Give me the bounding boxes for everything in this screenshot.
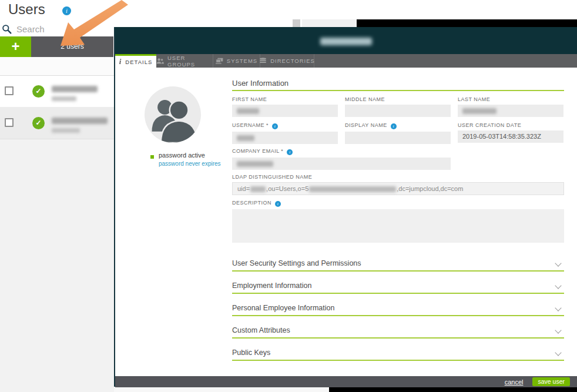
first-name-input[interactable] (232, 105, 338, 117)
field-middle-name: MIDDLE NAME (345, 96, 451, 117)
row-checkbox[interactable] (5, 86, 14, 95)
section-personal-employee-information[interactable]: Personal Employee Information (232, 301, 564, 316)
redacted-value (237, 108, 259, 114)
row-checkbox[interactable] (5, 118, 14, 127)
page-info-icon[interactable]: i (56, 6, 71, 18)
redacted-value (250, 186, 266, 192)
last-name-input[interactable] (458, 105, 563, 117)
user-groups-icon (156, 58, 164, 65)
company-email-input[interactable] (232, 158, 451, 170)
section-user-security-settings[interactable]: User Security Settings and Permissions (232, 256, 564, 272)
chevron-down-icon (555, 282, 561, 289)
redacted-value (309, 186, 396, 192)
field-ldap-dn: LDAP DISTINGUISHED NAME uid=,ou=Users,o=… (232, 174, 564, 195)
section-divider (232, 90, 564, 91)
field-description: DESCRIPTIONi (232, 200, 564, 243)
field-company-email: COMPANY EMAIL *i (232, 148, 451, 170)
info-icon: i (119, 57, 122, 66)
panel-header (115, 27, 577, 54)
user-detail-panel: i DETAILS USER GROUPS SYSTEMS DIRECTORIE… (114, 27, 577, 387)
info-icon[interactable]: i (272, 123, 278, 129)
user-creation-date-value: 2019-05-03T14:58:35.323Z (458, 130, 563, 143)
info-icon[interactable]: i (391, 123, 397, 129)
field-last-name: LAST NAME (458, 96, 563, 117)
section-employment-information[interactable]: Employment Information (232, 279, 564, 294)
field-display-name: DISPLAY NAMEi (345, 122, 451, 144)
chevron-down-icon (555, 304, 561, 311)
background-fragment (329, 387, 577, 392)
status-active-icon: ✓ (32, 85, 45, 98)
panel-footer: cancel save user (115, 376, 577, 387)
redacted-user-sub (52, 128, 80, 133)
sidebar-background (0, 139, 114, 392)
status-active-icon: ✓ (32, 117, 45, 129)
user-list-header: STATUS NAME▲ (0, 57, 114, 76)
field-username: USERNAME *i (232, 122, 338, 144)
display-name-input[interactable] (345, 132, 451, 144)
tab-user-groups[interactable]: USER GROUPS (156, 54, 213, 68)
background-fragment (114, 387, 329, 392)
redacted-value (237, 161, 273, 167)
background-fragment (357, 19, 577, 27)
search-icon (2, 24, 12, 34)
field-first-name: FIRST NAME (232, 96, 338, 117)
tab-systems[interactable]: SYSTEMS (213, 54, 260, 68)
redacted-value (237, 135, 254, 141)
redacted-value (462, 108, 497, 114)
save-user-button[interactable]: save user (532, 377, 570, 386)
tab-bar: i DETAILS USER GROUPS SYSTEMS DIRECTORIE… (115, 54, 577, 68)
user-count-badge: 2 users (31, 36, 113, 57)
add-user-button[interactable]: + (0, 36, 31, 57)
cancel-button[interactable]: cancel (505, 378, 524, 386)
section-public-keys[interactable]: Public Keys (232, 346, 564, 361)
tab-directories[interactable]: DIRECTORIES (260, 54, 314, 68)
chevron-down-icon (555, 349, 561, 356)
middle-name-input[interactable] (345, 105, 451, 117)
chevron-down-icon (555, 260, 561, 266)
password-status-bullet (150, 155, 154, 159)
search-input[interactable] (16, 24, 99, 34)
description-textarea[interactable] (232, 209, 564, 243)
info-icon[interactable]: i (287, 149, 293, 155)
systems-icon (216, 58, 223, 64)
directories-icon (259, 58, 267, 64)
section-custom-attributes[interactable]: Custom Attributes (232, 323, 564, 339)
tab-details[interactable]: i DETAILS (115, 54, 156, 68)
page-title: Users (8, 1, 45, 18)
info-icon[interactable]: i (275, 201, 281, 207)
user-row[interactable]: ✓ (0, 108, 114, 139)
user-search-bar (0, 21, 114, 36)
user-avatar (145, 86, 201, 143)
username-input[interactable] (232, 132, 338, 144)
section-title-user-information: User Information (232, 79, 288, 88)
background-fragment (293, 19, 300, 27)
field-user-creation-date: USER CREATION DATE 2019-05-03T14:58:35.3… (458, 122, 563, 143)
chevron-down-icon (555, 327, 561, 333)
password-status-label: password active (159, 152, 205, 159)
user-row[interactable]: ✓ (0, 76, 114, 108)
redacted-user-name (52, 86, 98, 92)
ldap-dn-value: uid=,ou=Users,o=5,dc=jumpcloud,dc=com (232, 182, 564, 195)
password-expiry-note: password never expires (159, 160, 221, 167)
background-fragment (302, 19, 357, 27)
redacted-user-name (52, 118, 108, 124)
redacted-user-sub (52, 96, 76, 101)
redacted-panel-title (320, 38, 372, 45)
